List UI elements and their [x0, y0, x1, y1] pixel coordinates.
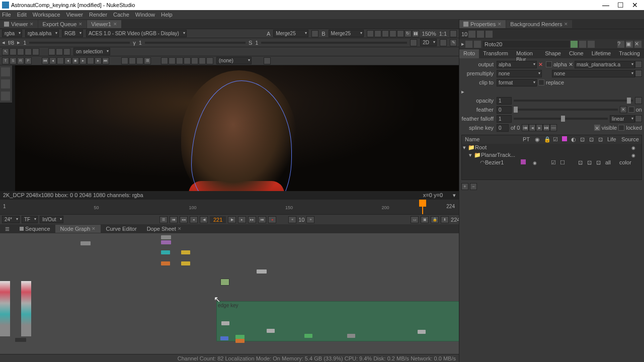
col-pt[interactable]: PT: [521, 136, 533, 143]
stereo-icon[interactable]: [440, 39, 447, 46]
col-vis-icon[interactable]: ◉: [533, 136, 542, 143]
node[interactable]: [221, 321, 229, 325]
spline-next-icon[interactable]: ▸: [536, 124, 543, 131]
select-tool[interactable]: ↖: [2, 48, 9, 55]
node[interactable]: [15, 338, 26, 342]
menu-edit[interactable]: Edit: [17, 12, 27, 18]
t-btn[interactable]: T: [2, 57, 9, 64]
falloff-type-dropdown[interactable]: linear: [610, 115, 635, 123]
col-over-icon[interactable]: ☑: [551, 136, 560, 143]
bezier-tool-icon[interactable]: [1, 79, 10, 88]
track-back-icon[interactable]: [169, 57, 176, 64]
bounce-icon[interactable]: ▣: [421, 216, 429, 223]
premult-anim-icon[interactable]: [635, 70, 642, 77]
nav-last-icon[interactable]: ⏭: [102, 57, 109, 64]
node[interactable]: [235, 335, 245, 339]
skip-fwd-icon[interactable]: »: [306, 216, 314, 223]
nav-prev-icon[interactable]: ◂: [49, 57, 56, 64]
col-life[interactable]: Life: [605, 136, 619, 143]
menu-render[interactable]: Render: [89, 12, 107, 18]
opacity-anim-icon[interactable]: [635, 97, 642, 104]
playhead-flag-icon[interactable]: [419, 200, 426, 207]
ptab-shape[interactable]: Shape: [541, 49, 565, 58]
a-input-dropdown[interactable]: Merge25: [273, 30, 308, 37]
track-fwd-all-icon[interactable]: [191, 57, 198, 64]
guides-icon[interactable]: [397, 30, 404, 37]
shape-planar-row[interactable]: ▾📁 PlanarTrack...: [462, 151, 641, 159]
b-input-dropdown[interactable]: Merge25: [329, 30, 364, 37]
feather-on-check[interactable]: [628, 107, 634, 113]
skip-frames[interactable]: 10: [298, 217, 304, 223]
opacity-slider[interactable]: [514, 100, 633, 102]
colorspace-dropdown[interactable]: RGB: [62, 30, 83, 37]
shape-root-row[interactable]: ▾📁 Root: [462, 144, 641, 151]
step-fwd-icon[interactable]: ▸: [238, 216, 246, 223]
spline-first-icon[interactable]: ⏮: [522, 124, 529, 131]
viewer-canvas[interactable]: [0, 65, 459, 191]
menu-help[interactable]: Help: [161, 12, 173, 18]
show-sel-icon[interactable]: [129, 57, 136, 64]
snap-dropdown[interactable]: on selection: [73, 48, 110, 55]
edit-props-icon[interactable]: [486, 31, 493, 38]
node-close-icon[interactable]: ✕: [634, 41, 641, 48]
node[interactable]: [267, 329, 275, 333]
node[interactable]: [161, 235, 171, 239]
opacity-field[interactable]: 1: [497, 97, 512, 105]
node[interactable]: [181, 250, 190, 254]
rotate-tool[interactable]: [63, 48, 70, 55]
ptab-motion-blur[interactable]: Motion Blur: [512, 49, 541, 58]
feather-x-icon[interactable]: ✕: [620, 106, 627, 113]
playhead[interactable]: [422, 200, 423, 214]
channel-set-dropdown[interactable]: rgba: [2, 30, 22, 37]
s-btn[interactable]: S: [10, 57, 17, 64]
tab-sequence[interactable]: Sequence: [15, 225, 55, 233]
p-btn[interactable]: P: [25, 57, 32, 64]
menu-file[interactable]: File: [2, 12, 11, 18]
magnet-tool[interactable]: [48, 48, 55, 55]
lock-play-icon[interactable]: 🔒: [431, 216, 439, 223]
col-m3-icon[interactable]: ⊡: [596, 136, 605, 143]
node-graph-canvas[interactable]: edge key despill: [0, 233, 459, 354]
track-range-icon[interactable]: [199, 57, 206, 64]
visible-check[interactable]: ✕: [594, 125, 600, 131]
mask-input-dropdown[interactable]: mask_planartrack.a: [575, 61, 635, 68]
ptab-clone[interactable]: Clone: [565, 49, 588, 58]
node-color-icon[interactable]: [571, 41, 578, 48]
mask-x-icon[interactable]: ✕: [538, 61, 543, 68]
spline-last-icon[interactable]: ⏭: [543, 124, 550, 131]
ptab-tracking[interactable]: Tracking: [615, 49, 644, 58]
maximize-button[interactable]: ☐: [617, 1, 624, 9]
replace-check[interactable]: [538, 79, 544, 85]
close-button[interactable]: ✕: [632, 1, 638, 9]
layer-dropdown[interactable]: rgba.alpha: [25, 30, 59, 37]
view-mode-dropdown[interactable]: 2D: [420, 39, 437, 46]
node-center-icon[interactable]: [474, 41, 481, 48]
fps-dropdown[interactable]: 24*: [2, 216, 20, 223]
output-dropdown[interactable]: alpha: [497, 61, 537, 68]
proxy-menu-dropdown[interactable]: (none): [216, 57, 252, 64]
node[interactable]: [161, 261, 170, 265]
nav-nextkey-icon[interactable]: [87, 57, 94, 64]
link-icon[interactable]: [264, 57, 271, 64]
node[interactable]: [181, 261, 190, 265]
current-frame-input[interactable]: [210, 216, 226, 223]
node[interactable]: [161, 240, 171, 244]
remove-shape-icon[interactable]: −: [470, 183, 477, 190]
wipe-icon[interactable]: [311, 30, 318, 37]
falloff-anim-icon[interactable]: [635, 115, 642, 122]
track-fwd-icon[interactable]: [184, 57, 191, 64]
menu-workspace[interactable]: Workspace: [33, 12, 60, 18]
step-back-icon[interactable]: ◂: [190, 216, 198, 223]
menu-play-icon[interactable]: ☰: [159, 216, 168, 223]
prev-key-icon[interactable]: ◂◂: [180, 216, 188, 223]
feather-field[interactable]: 0: [497, 106, 512, 114]
menu-cache[interactable]: Cache: [113, 12, 129, 18]
collapse-icon[interactable]: ▸: [461, 41, 464, 47]
transform-tool[interactable]: [56, 48, 63, 55]
node[interactable]: [220, 336, 228, 340]
node[interactable]: [161, 250, 170, 254]
nav-first-icon[interactable]: ⏮: [42, 57, 49, 64]
nav-play-icon[interactable]: ▸: [79, 57, 87, 64]
aspect-ratio[interactable]: 1:1: [439, 31, 447, 37]
col-color-icon[interactable]: [560, 136, 569, 143]
